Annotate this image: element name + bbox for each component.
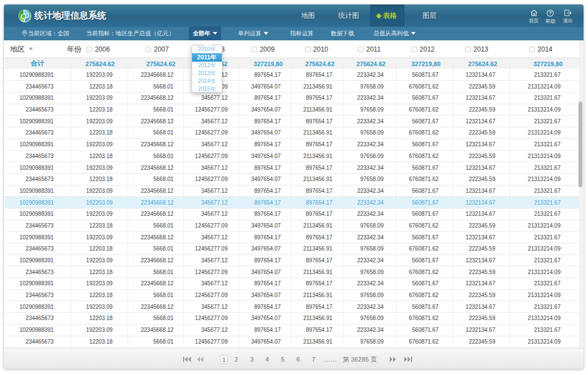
svg-text:?: ?	[549, 10, 552, 16]
